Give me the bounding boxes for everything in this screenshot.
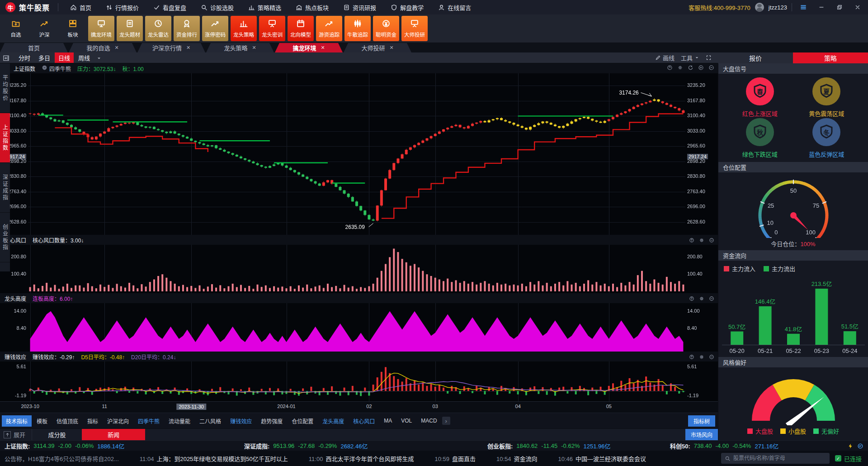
indicator-tab-5[interactable]: 沪深北向 xyxy=(103,415,133,427)
restore-icon[interactable] xyxy=(833,2,846,13)
settings-gear-icon[interactable] xyxy=(699,295,704,301)
indicator-tab-4[interactable]: 指标 xyxy=(83,415,102,427)
indicator-toggle[interactable]: 四季牛熊 xyxy=(42,65,71,72)
indicator-tab-13[interactable]: 核心风口 xyxy=(349,415,379,427)
menu-item-5[interactable]: 策略精选 xyxy=(241,0,288,14)
menu-item-6[interactable]: 热点板块 xyxy=(288,0,336,14)
indicator-tab-11[interactable]: 仓位配置 xyxy=(288,415,317,427)
menu-item-1[interactable]: 首页 xyxy=(63,0,99,14)
indicator-tab-15[interactable]: VOL xyxy=(397,416,416,426)
doc-tab-3[interactable]: 沪深京行情✕ xyxy=(137,43,205,52)
toolbar-button-4[interactable]: 擒龙环境 xyxy=(88,16,114,41)
stock-search-box[interactable] xyxy=(721,453,830,464)
indicator-tab-3[interactable]: 估值顶底 xyxy=(52,415,82,427)
tab-strategy[interactable]: 策略 xyxy=(793,52,868,63)
fengkou-chart-canvas[interactable] xyxy=(0,245,718,293)
side-index-tab-3[interactable]: 深证成指 xyxy=(0,163,10,213)
main-chart-canvas[interactable] xyxy=(0,73,718,235)
news-item-4[interactable]: 10:59盘面直击 xyxy=(434,454,476,463)
indicator-tab-14[interactable]: MA xyxy=(380,416,396,426)
boost-icon[interactable] xyxy=(847,442,854,449)
minimize-icon[interactable] xyxy=(815,2,828,13)
settings-gear-icon[interactable] xyxy=(677,65,683,72)
member-tab-1[interactable]: 成分股 xyxy=(32,429,82,440)
news-item-3[interactable]: 11:00西北太平洋今年首个台风即将生成 xyxy=(309,454,414,463)
longtou-chart-canvas[interactable] xyxy=(0,303,718,352)
menu-item-3[interactable]: 看盘复盘 xyxy=(146,0,193,14)
tab-close-icon[interactable]: ✕ xyxy=(114,45,118,51)
member-tab-2[interactable]: 新闻 xyxy=(82,429,145,440)
toolbar-button-1[interactable]: 自选 xyxy=(3,16,29,41)
username[interactable]: jtzz123 xyxy=(769,4,787,11)
tab-close-icon[interactable]: ✕ xyxy=(389,45,393,51)
period-多日[interactable]: 多日 xyxy=(35,52,54,63)
window-menu-icon[interactable] xyxy=(797,2,810,13)
remove-pane-icon[interactable] xyxy=(709,237,714,243)
toolbar-button-15[interactable]: 大师投研 xyxy=(401,16,428,41)
tab-close-icon[interactable]: ✕ xyxy=(321,45,325,51)
period-分时[interactable]: 分时 xyxy=(15,52,34,63)
fullscreen-icon[interactable] xyxy=(706,55,712,61)
toolbar-button-10[interactable]: 龙头密训 xyxy=(259,16,285,41)
indicator-tab-1[interactable]: 技术指标 xyxy=(2,415,32,427)
doc-tab-1[interactable]: 首页 xyxy=(0,43,68,52)
tab-close-icon[interactable]: ✕ xyxy=(252,45,256,51)
index-quote-2[interactable]: 深证成指: 9513.96 -27.68 -0.29% 2682.46亿 xyxy=(244,442,368,450)
period-dropdown-icon[interactable] xyxy=(96,54,102,61)
draw-line-button[interactable]: 画线 xyxy=(655,53,675,62)
remove-pane-icon[interactable] xyxy=(709,353,714,360)
indicator-tab-7[interactable]: 流动量能 xyxy=(165,415,194,427)
season-badge-1[interactable]: 春 红色上涨区域 xyxy=(726,77,793,118)
help-icon[interactable] xyxy=(689,295,694,301)
close-icon[interactable] xyxy=(851,2,864,13)
doc-tab-6[interactable]: 大师投研✕ xyxy=(344,43,411,52)
period-日线[interactable]: 日线 xyxy=(55,52,74,63)
menu-item-2[interactable]: 行情报价 xyxy=(99,0,146,14)
avatar[interactable] xyxy=(755,3,764,12)
season-badge-2[interactable]: 夏 黄色震荡区域 xyxy=(793,77,860,118)
help-icon[interactable] xyxy=(667,65,673,72)
indicator-more-button[interactable]: › xyxy=(442,417,450,425)
help-icon[interactable] xyxy=(689,237,694,243)
indicator-tab-12[interactable]: 龙头高度 xyxy=(318,415,348,427)
menu-item-7[interactable]: 资讯研报 xyxy=(336,0,383,14)
indicator-tab-8[interactable]: 二八风格 xyxy=(195,415,225,427)
news-item-1[interactable]: 公告称，H16富力4等6只公司债券将自202... xyxy=(5,454,119,463)
zhuanqian-chart-canvas[interactable] xyxy=(0,361,718,401)
toolbar-button-9[interactable]: 龙头策略 xyxy=(231,16,257,41)
menu-item-8[interactable]: 解盘教学 xyxy=(383,0,431,14)
toolbar-button-8[interactable]: 涨停密码 xyxy=(202,16,228,41)
index-quote-1[interactable]: 上证指数: 3114.39 -2.00 -0.06% 1886.14亿 xyxy=(5,442,124,450)
expand-button[interactable]: 展开 xyxy=(0,429,32,440)
toolbar-button-2[interactable]: 沪深 xyxy=(31,16,57,41)
zoom-in-icon[interactable] xyxy=(698,65,704,72)
toolbar-button-3[interactable]: 板块 xyxy=(60,16,86,41)
indicator-tab-10[interactable]: 趋势强度 xyxy=(257,415,287,427)
doc-tab-4[interactable]: 龙头策略✕ xyxy=(206,43,274,52)
menu-item-9[interactable]: 在线留言 xyxy=(431,0,478,14)
news-item-2[interactable]: 11:04上海：到2025年绿电交易规模达到50亿千瓦时以上 xyxy=(140,454,288,463)
toolbar-button-14[interactable]: 聪明资金 xyxy=(373,16,399,41)
settings-gear-icon[interactable] xyxy=(699,353,704,360)
period-周线[interactable]: 周线 xyxy=(75,52,94,63)
news-item-6[interactable]: 10:46中国—波兰经济联委会会议 xyxy=(558,454,646,463)
side-index-tab-2[interactable]: 上证指数 xyxy=(0,113,10,163)
tab-quote[interactable]: 报价 xyxy=(718,52,793,63)
toolbar-button-13[interactable]: 牛散追踪 xyxy=(344,16,371,41)
tools-button[interactable]: 工具 xyxy=(681,53,699,62)
collapse-panel-icon[interactable] xyxy=(3,54,9,61)
season-badge-4[interactable]: 冬 蓝色反弹区域 xyxy=(793,118,860,159)
doc-tab-2[interactable]: 我的自选✕ xyxy=(69,43,137,52)
side-index-tab-1[interactable]: 平均股价 xyxy=(0,63,10,113)
settings-gear-icon[interactable] xyxy=(699,237,704,243)
stock-search-input[interactable] xyxy=(733,455,819,461)
toolbar-button-11[interactable]: 北向模型 xyxy=(288,16,314,41)
indicator-tab-2[interactable]: 模板 xyxy=(33,415,52,427)
index-quote-3[interactable]: 创业板指: 1840.62 -11.45 -0.62% 1251.96亿 xyxy=(487,442,610,450)
indicator-tab-6[interactable]: 四季牛熊 xyxy=(134,415,164,427)
tab-close-icon[interactable]: ✕ xyxy=(186,45,190,51)
toolbar-button-12[interactable]: 游资追踪 xyxy=(316,16,342,41)
refresh-icon[interactable] xyxy=(688,65,693,72)
doc-tab-5[interactable]: 擒龙环境✕ xyxy=(275,43,343,52)
side-index-tab-4[interactable]: 创业板指 xyxy=(0,213,10,262)
